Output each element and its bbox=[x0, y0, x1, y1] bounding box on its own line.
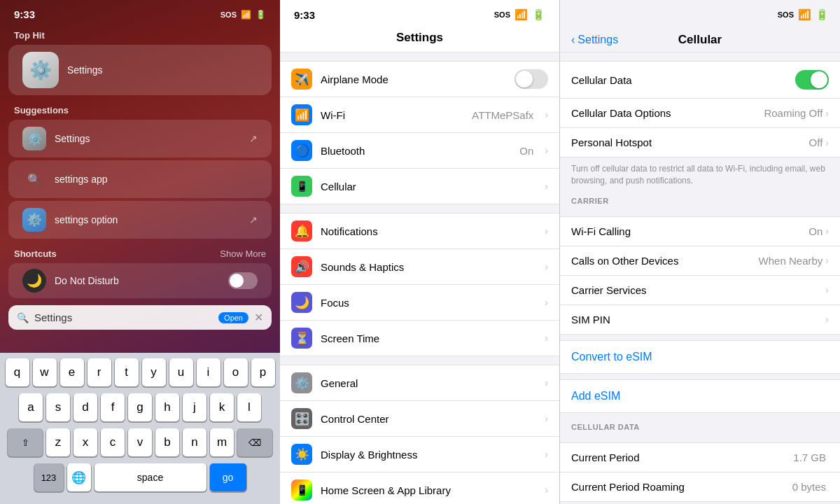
key-q[interactable]: q bbox=[6, 358, 29, 386]
key-h[interactable]: h bbox=[155, 393, 179, 421]
time-search: 9:33 bbox=[14, 8, 35, 20]
cellular-data-group: Cellular Data Cellular Data Options Roam… bbox=[560, 61, 840, 158]
personal-hotspot-label: Personal Hotspot bbox=[571, 136, 809, 148]
key-delete[interactable]: ⌫ bbox=[237, 428, 272, 456]
settings-row-cellular[interactable]: 📱 Cellular › bbox=[280, 169, 559, 204]
wifi-calling-row[interactable]: Wi-Fi Calling On › bbox=[560, 217, 840, 246]
key-t[interactable]: t bbox=[115, 358, 139, 386]
general-icon: ⚙️ bbox=[291, 372, 312, 393]
settings-row-home-screen[interactable]: 📱 Home Screen & App Library › bbox=[280, 472, 559, 504]
key-emoji[interactable]: 🌐 bbox=[67, 463, 91, 491]
key-m[interactable]: m bbox=[210, 428, 234, 456]
focus-icon: 🌙 bbox=[291, 292, 312, 313]
key-a[interactable]: a bbox=[19, 393, 43, 421]
suggestions-label: Suggestions bbox=[0, 101, 280, 120]
back-label[interactable]: Settings bbox=[578, 34, 618, 46]
key-r[interactable]: r bbox=[88, 358, 111, 386]
settings-row-screen-time[interactable]: ⏳ Screen Time › bbox=[280, 321, 559, 356]
sim-pin-row[interactable]: SIM PIN › bbox=[560, 305, 840, 334]
key-k[interactable]: k bbox=[210, 393, 234, 421]
key-o[interactable]: o bbox=[224, 358, 248, 386]
cellular-data-options-value: Roaming Off bbox=[764, 107, 822, 119]
key-p[interactable]: p bbox=[251, 358, 275, 386]
top-hit-name: Settings bbox=[67, 64, 103, 76]
carrier-services-row[interactable]: Carrier Services › bbox=[560, 276, 840, 305]
key-y[interactable]: y bbox=[142, 358, 166, 386]
settings-group-general: ⚙️ General › 🎛️ Control Center › ☀️ Disp… bbox=[280, 365, 559, 504]
show-more-button[interactable]: Show More bbox=[220, 248, 266, 259]
cellular-list: Cellular Data Cellular Data Options Roam… bbox=[560, 52, 840, 504]
battery-icon: 🔋 bbox=[255, 10, 266, 20]
settings-row-general[interactable]: ⚙️ General › bbox=[280, 365, 559, 401]
key-shift[interactable]: ⇧ bbox=[8, 428, 43, 456]
sos-label: SOS bbox=[220, 10, 237, 19]
spotlight-search-bar[interactable]: 🔍 Settings Open ✕ bbox=[8, 305, 272, 330]
settings-row-airplane[interactable]: ✈️ Airplane Mode bbox=[280, 62, 559, 97]
key-j[interactable]: j bbox=[183, 393, 206, 421]
key-c[interactable]: c bbox=[101, 428, 125, 456]
key-d[interactable]: d bbox=[74, 393, 97, 421]
search-bar-text[interactable]: Settings bbox=[34, 312, 213, 323]
key-z[interactable]: z bbox=[46, 428, 70, 456]
open-badge: Open bbox=[218, 312, 248, 323]
back-button[interactable]: ‹ Settings bbox=[571, 34, 618, 46]
suggestion-settings[interactable]: ⚙️ Settings ↗ bbox=[8, 120, 272, 158]
wifi-icon: 📶 bbox=[291, 104, 312, 125]
clear-icon[interactable]: ✕ bbox=[254, 311, 263, 324]
key-numbers[interactable]: 123 bbox=[34, 463, 64, 491]
settings-row-control-center[interactable]: 🎛️ Control Center › bbox=[280, 401, 559, 437]
settings-icon: ⚙️ bbox=[22, 127, 46, 150]
settings-row-bluetooth[interactable]: 🔵 Bluetooth On › bbox=[280, 133, 559, 169]
home-screen-chevron: › bbox=[545, 484, 548, 496]
current-period-row[interactable]: Current Period 1.7 GB bbox=[560, 443, 840, 472]
current-period-roaming-row[interactable]: Current Period Roaming 0 bytes bbox=[560, 472, 840, 501]
key-g[interactable]: g bbox=[128, 393, 152, 421]
settings-row-wifi[interactable]: 📶 Wi-Fi ATTMePSafx › bbox=[280, 97, 559, 133]
calls-other-devices-row[interactable]: Calls on Other Devices When Nearby › bbox=[560, 246, 840, 276]
cellular-nav-header: ‹ Settings Cellular bbox=[560, 24, 840, 52]
add-esim-link[interactable]: Add eSIM bbox=[560, 379, 840, 413]
key-w[interactable]: w bbox=[33, 358, 57, 386]
key-space[interactable]: space bbox=[94, 463, 206, 491]
suggestion-settings-app[interactable]: 🔍 settings app bbox=[8, 160, 272, 198]
sounds-icon: 🔊 bbox=[291, 256, 312, 277]
wifi-settings-icon: 📶 bbox=[514, 8, 528, 21]
wifi-icon: 📶 bbox=[241, 10, 251, 20]
sim-pin-label: SIM PIN bbox=[571, 314, 825, 326]
chevron-left-icon: ‹ bbox=[571, 34, 575, 46]
key-b[interactable]: b bbox=[155, 428, 179, 456]
home-screen-label: Home Screen & App Library bbox=[321, 484, 536, 496]
suggestion-settings-label: Settings bbox=[55, 133, 241, 144]
top-hit-item[interactable]: ⚙️ Settings bbox=[8, 45, 272, 95]
cellular-data-note: Turn off cellular data to restrict all d… bbox=[560, 158, 840, 192]
key-l[interactable]: l bbox=[237, 393, 261, 421]
convert-esim-link[interactable]: Convert to eSIM bbox=[560, 340, 840, 374]
cellular-data-toggle[interactable] bbox=[795, 70, 829, 90]
key-go[interactable]: go bbox=[210, 463, 246, 491]
key-x[interactable]: x bbox=[74, 428, 97, 456]
cellular-data-section-header: CELLULAR DATA bbox=[560, 419, 840, 434]
settings-row-display[interactable]: ☀️ Display & Brightness › bbox=[280, 437, 559, 472]
settings-row-focus[interactable]: 🌙 Focus › bbox=[280, 285, 559, 321]
key-e[interactable]: e bbox=[60, 358, 84, 386]
personal-hotspot-row[interactable]: Personal Hotspot Off › bbox=[560, 128, 840, 157]
settings-row-sounds[interactable]: 🔊 Sounds & Haptics › bbox=[280, 249, 559, 285]
airplane-toggle[interactable] bbox=[514, 69, 548, 89]
key-v[interactable]: v bbox=[128, 428, 152, 456]
cellular-status-bar: 9:33 SOS 📶 🔋 bbox=[560, 0, 840, 24]
cellular-data-row[interactable]: Cellular Data bbox=[560, 62, 840, 99]
key-i[interactable]: i bbox=[197, 358, 220, 386]
key-u[interactable]: u bbox=[169, 358, 193, 386]
do-not-disturb-shortcut[interactable]: 🌙 Do Not Disturb bbox=[8, 263, 272, 298]
suggestion-settings-option[interactable]: ⚙️ settings option ↗ bbox=[8, 201, 272, 239]
cellular-data-options-chevron: › bbox=[825, 108, 829, 119]
key-n[interactable]: n bbox=[183, 428, 206, 456]
dnd-toggle[interactable] bbox=[228, 272, 258, 289]
key-s[interactable]: s bbox=[46, 393, 70, 421]
key-f[interactable]: f bbox=[101, 393, 125, 421]
cellular-detail-panel: 9:33 SOS 📶 🔋 ‹ Settings Cellular Cellula… bbox=[560, 0, 840, 504]
settings-row-notifications[interactable]: 🔔 Notifications › bbox=[280, 214, 559, 249]
airplane-mode-icon: ✈️ bbox=[291, 69, 312, 90]
cellular-data-options-row[interactable]: Cellular Data Options Roaming Off › bbox=[560, 99, 840, 128]
control-center-icon: 🎛️ bbox=[291, 408, 312, 429]
